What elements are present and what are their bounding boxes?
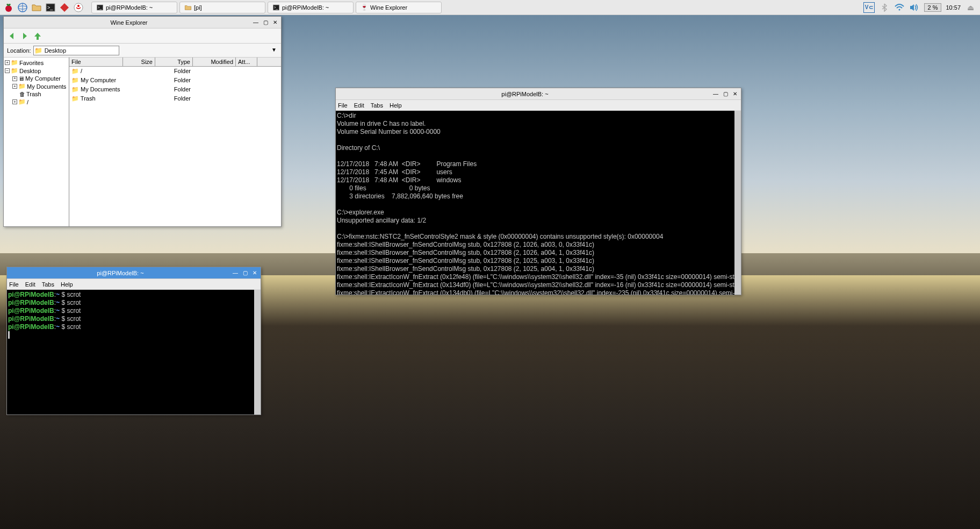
tree-expander-icon[interactable]: +	[12, 76, 17, 81]
taskbar-item-wine-explorer[interactable]: 🍷 Wine Explorer	[356, 2, 442, 13]
tree-node[interactable]: 🗑 Trash	[5, 90, 68, 98]
maximize-button[interactable]: ▢	[722, 90, 729, 98]
tree-expander-icon[interactable]: +	[5, 60, 10, 65]
minimize-button[interactable]: —	[252, 19, 260, 26]
window-title: pi@RPiModelB: ~	[338, 91, 712, 97]
folder-icon: 🖥	[18, 75, 24, 82]
wine-tree-panel[interactable]: + 📁 Favorites− 📁 Desktop+ 🖥 My Computer+…	[4, 58, 69, 226]
col-size[interactable]: Size	[123, 58, 155, 66]
file-name: My Documents	[81, 86, 120, 92]
terminal-big-titlebar[interactable]: pi@RPiModelB: ~ — ▢ ✕	[336, 88, 741, 100]
maximize-button[interactable]: ▢	[241, 269, 249, 277]
menu-tabs[interactable]: Tabs	[42, 281, 54, 288]
col-type[interactable]: Type	[155, 58, 193, 66]
wine-file-list[interactable]: File Size Type Modified Att... 📁 /Folder…	[69, 58, 281, 226]
browser-icon[interactable]	[16, 1, 29, 14]
nav-up-icon[interactable]	[33, 31, 42, 41]
file-type: Folder	[155, 67, 193, 75]
menu-file[interactable]: File	[338, 102, 348, 109]
terminal-small-menubar: File Edit Tabs Help	[7, 279, 261, 290]
folder-icon: 📁	[71, 77, 79, 83]
minimize-button[interactable]: —	[712, 90, 719, 98]
taskbar: >_ >_ pi@RPiModelB: ~ [pi] >_ pi@RPiMode…	[0, 0, 980, 15]
scrollbar[interactable]	[734, 111, 741, 295]
menu-tabs[interactable]: Tabs	[371, 102, 383, 109]
terminal-line: pi@RPiModelB:~ $ scrot	[8, 299, 260, 307]
nav-back-icon[interactable]	[7, 31, 17, 41]
menu-file[interactable]: File	[9, 281, 19, 288]
volume-icon[interactable]	[909, 2, 920, 13]
list-item[interactable]: 📁 /Folder	[69, 67, 281, 76]
svg-text:>_: >_	[47, 5, 53, 10]
svg-point-8	[77, 5, 80, 7]
menu-edit[interactable]: Edit	[25, 281, 35, 288]
terminal-line	[8, 331, 260, 339]
terminal-big-window: pi@RPiModelB: ~ — ▢ ✕ File Edit Tabs Hel…	[335, 88, 741, 295]
taskbar-item-pi-folder[interactable]: [pi]	[179, 2, 265, 13]
minimize-button[interactable]: —	[232, 269, 239, 277]
tree-node[interactable]: + 📁 My Documents	[5, 82, 68, 90]
taskbar-item-terminal-1[interactable]: >_ pi@RPiModelB: ~	[91, 2, 177, 13]
vnc-icon[interactable]: V⊂	[863, 2, 875, 13]
menu-raspberry-icon[interactable]	[2, 1, 15, 14]
folder-icon: 🗑	[19, 91, 25, 97]
terminal-launcher-icon[interactable]: >_	[44, 1, 57, 14]
bluetooth-icon[interactable]	[879, 2, 890, 13]
tree-node[interactable]: − 📁 Desktop	[5, 67, 68, 75]
terminal-line: pi@RPiModelB:~ $ scrot	[8, 291, 260, 299]
tree-label: My Computer	[25, 75, 61, 82]
clock[interactable]: 10:57	[946, 4, 961, 11]
tree-label: /	[27, 99, 28, 105]
folder-icon: 📁	[71, 86, 79, 92]
tree-node[interactable]: + 🖥 My Computer	[5, 75, 68, 82]
terminal-icon: >_	[96, 4, 104, 11]
menu-help[interactable]: Help	[61, 281, 73, 288]
terminal-small-body[interactable]: pi@RPiModelB:~ $ scrotpi@RPiModelB:~ $ s…	[7, 290, 261, 414]
file-type: Folder	[155, 85, 193, 94]
terminal-icon: >_	[272, 4, 280, 11]
list-item[interactable]: 📁 My ComputerFolder	[69, 76, 281, 85]
cpu-usage[interactable]: 2 %	[924, 3, 942, 12]
tree-node[interactable]: + 📁 /	[5, 98, 68, 106]
mathematica-icon[interactable]	[58, 1, 71, 14]
svg-text:>_: >_	[274, 5, 278, 10]
nav-forward-icon[interactable]	[20, 31, 30, 41]
wifi-icon[interactable]	[894, 2, 905, 13]
list-item[interactable]: 📁 My DocumentsFolder	[69, 85, 281, 94]
tree-expander-icon[interactable]: +	[12, 99, 17, 104]
close-button[interactable]: ✕	[251, 269, 258, 277]
col-file[interactable]: File	[69, 58, 123, 66]
close-button[interactable]: ✕	[731, 90, 739, 98]
tree-expander-icon[interactable]: −	[5, 68, 10, 73]
tree-node[interactable]: + 📁 Favorites	[5, 59, 68, 67]
col-attr[interactable]: Att...	[236, 58, 257, 66]
tree-expander-icon[interactable]: +	[12, 84, 17, 89]
terminal-big-body[interactable]: C:\>dir Volume in drive C has no label. …	[336, 111, 741, 295]
wine-explorer-titlebar[interactable]: Wine Explorer — ▢ ✕	[4, 17, 281, 28]
terminal-line: pi@RPiModelB:~ $ scrot	[8, 307, 260, 315]
wine-icon: 🍷	[361, 4, 368, 11]
menu-help[interactable]: Help	[390, 102, 402, 109]
svg-point-13	[898, 9, 900, 10]
terminal-small-titlebar[interactable]: pi@RPiModelB: ~ — ▢ ✕	[7, 267, 261, 279]
scrollbar[interactable]	[254, 290, 261, 414]
file-type: Folder	[155, 95, 193, 103]
folder-icon	[184, 4, 192, 11]
col-modified[interactable]: Modified	[193, 58, 236, 66]
taskbar-item-label: [pi]	[194, 4, 202, 11]
location-dropdown-icon[interactable]: ▼	[271, 47, 277, 53]
wine-location-bar: Location: 📁 ▼	[4, 44, 281, 58]
terminal-line: pi@RPiModelB:~ $ scrot	[8, 315, 260, 323]
filemanager-icon[interactable]	[30, 1, 43, 14]
java-icon[interactable]	[72, 1, 85, 14]
list-item[interactable]: 📁 TrashFolder	[69, 94, 281, 103]
folder-icon: 📁	[11, 59, 18, 66]
wine-nav-toolbar	[4, 28, 281, 44]
menu-edit[interactable]: Edit	[354, 102, 364, 109]
maximize-button[interactable]: ▢	[262, 19, 269, 26]
location-input[interactable]	[33, 46, 119, 55]
taskbar-item-terminal-2[interactable]: >_ pi@RPiModelB: ~	[268, 2, 354, 13]
taskbar-item-label: pi@RPiModelB: ~	[106, 4, 153, 11]
close-button[interactable]: ✕	[271, 19, 279, 26]
eject-icon[interactable]: ⏏	[965, 2, 976, 13]
